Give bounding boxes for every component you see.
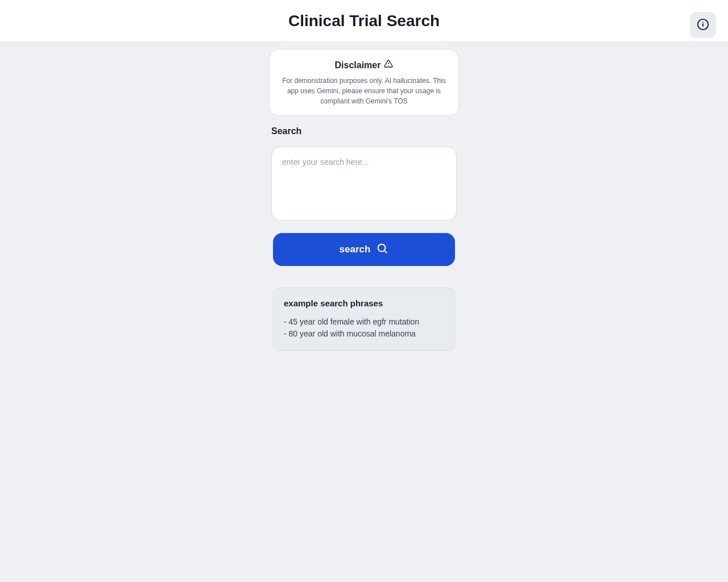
svg-point-5 [378,244,386,251]
disclaimer-body: For demonstration purposes only. AI hall… [281,76,447,106]
search-section: Search search example search phrases - 4… [271,126,457,351]
app-header: Clinical Trial Search [0,0,728,42]
info-icon [697,18,709,32]
page-title: Clinical Trial Search [288,12,440,30]
search-input[interactable] [271,147,457,221]
disclaimer-title-row: Disclaimer [281,60,447,71]
search-label: Search [271,126,457,136]
examples-title: example search phrases [284,298,444,308]
svg-line-6 [384,250,387,252]
search-button[interactable]: search [273,233,455,266]
warning-icon [384,60,393,71]
main-content: Disclaimer For demonstration purposes on… [0,42,728,351]
example-item: - 80 year old with mucosal melanoma [284,328,444,340]
example-item: - 45 year old female with egfr mutation [284,316,444,328]
disclaimer-title: Disclaimer [335,60,381,70]
search-icon [376,242,388,257]
disclaimer-card: Disclaimer For demonstration purposes on… [269,49,459,116]
search-button-label: search [340,244,371,255]
examples-card: example search phrases - 45 year old fem… [273,288,455,351]
info-button[interactable] [690,12,716,38]
